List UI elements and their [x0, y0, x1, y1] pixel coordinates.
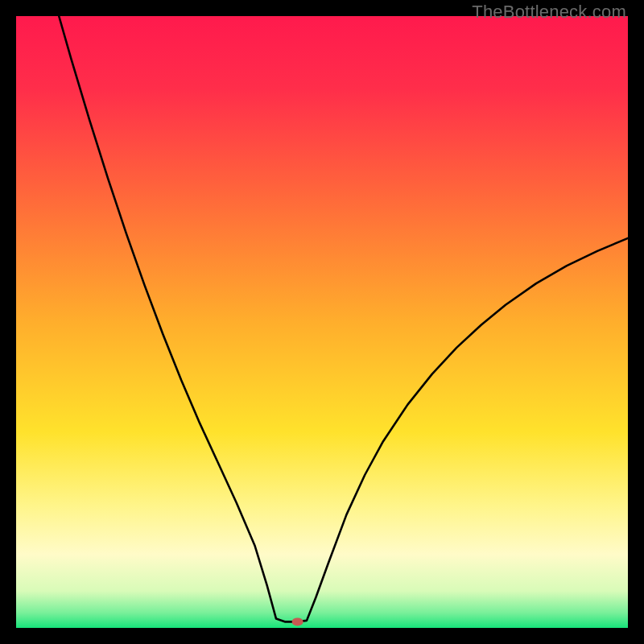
watermark-text: TheBottleneck.com	[472, 2, 626, 23]
bottleneck-chart	[16, 16, 628, 628]
chart-frame	[16, 16, 628, 628]
valley-marker	[292, 617, 303, 625]
gradient-background	[16, 16, 628, 628]
